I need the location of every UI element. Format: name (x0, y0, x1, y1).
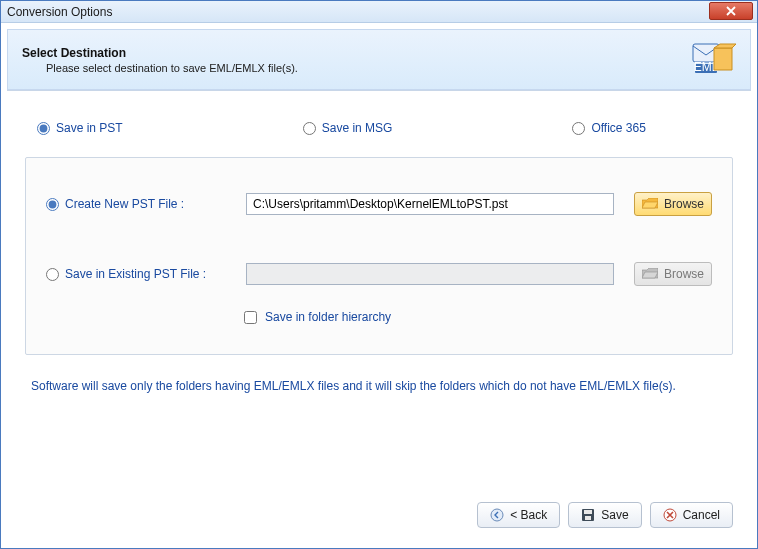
create-pst-row: Create New PST File : Browse (46, 192, 712, 216)
existing-pst-row: Save in Existing PST File : Browse (46, 262, 712, 286)
svg-point-3 (491, 509, 503, 521)
save-msg-radio[interactable]: Save in MSG (303, 121, 393, 135)
pst-options-group: Create New PST File : Browse Save in Exi… (25, 157, 733, 355)
save-mode-group: Save in PST Save in MSG Office 365 (37, 121, 733, 135)
dialog-window: Conversion Options Select Destination Pl… (0, 0, 758, 549)
create-pst-path-input[interactable] (246, 193, 614, 215)
hierarchy-checkbox[interactable]: Save in folder hierarchy (244, 310, 712, 324)
header-subtitle: Please select destination to save EML/EM… (22, 62, 298, 74)
existing-pst-label: Save in Existing PST File : (65, 267, 206, 281)
save-icon (581, 508, 595, 522)
existing-pst-radio[interactable]: Save in Existing PST File : (46, 267, 246, 281)
existing-pst-path-input (246, 263, 614, 285)
svg-rect-5 (584, 510, 592, 514)
save-o365-radio[interactable]: Office 365 (572, 121, 645, 135)
save-label: Save (601, 508, 628, 522)
titlebar: Conversion Options (1, 1, 757, 23)
dialog-body: Save in PST Save in MSG Office 365 Creat… (7, 97, 751, 542)
checkbox-input[interactable] (244, 311, 257, 324)
hierarchy-label: Save in folder hierarchy (265, 310, 391, 324)
footer: < Back Save Cancel (25, 494, 733, 532)
radio-input[interactable] (46, 198, 59, 211)
save-msg-label: Save in MSG (322, 121, 393, 135)
radio-input[interactable] (572, 122, 585, 135)
browse-create-button[interactable]: Browse (634, 192, 712, 216)
header-text: Select Destination Please select destina… (22, 46, 298, 74)
header-title: Select Destination (22, 46, 298, 60)
close-icon (726, 6, 736, 16)
save-o365-label: Office 365 (591, 121, 645, 135)
folder-icon (642, 268, 658, 280)
eml-icon: EML (692, 40, 736, 79)
save-pst-label: Save in PST (56, 121, 123, 135)
radio-input[interactable] (46, 268, 59, 281)
create-pst-label: Create New PST File : (65, 197, 184, 211)
browse-label: Browse (664, 197, 704, 211)
create-pst-radio[interactable]: Create New PST File : (46, 197, 246, 211)
svg-rect-6 (585, 516, 591, 520)
browse-existing-button: Browse (634, 262, 712, 286)
divider (7, 90, 751, 91)
back-button[interactable]: < Back (477, 502, 560, 528)
close-button[interactable] (709, 2, 753, 20)
window-title: Conversion Options (7, 5, 112, 19)
cancel-button[interactable]: Cancel (650, 502, 733, 528)
browse-label: Browse (664, 267, 704, 281)
radio-input[interactable] (303, 122, 316, 135)
cancel-label: Cancel (683, 508, 720, 522)
header-panel: Select Destination Please select destina… (7, 29, 751, 90)
cancel-icon (663, 508, 677, 522)
save-pst-radio[interactable]: Save in PST (37, 121, 123, 135)
folder-icon (642, 198, 658, 210)
back-label: < Back (510, 508, 547, 522)
back-icon (490, 508, 504, 522)
radio-input[interactable] (37, 122, 50, 135)
save-button[interactable]: Save (568, 502, 641, 528)
info-note: Software will save only the folders havi… (31, 379, 733, 393)
